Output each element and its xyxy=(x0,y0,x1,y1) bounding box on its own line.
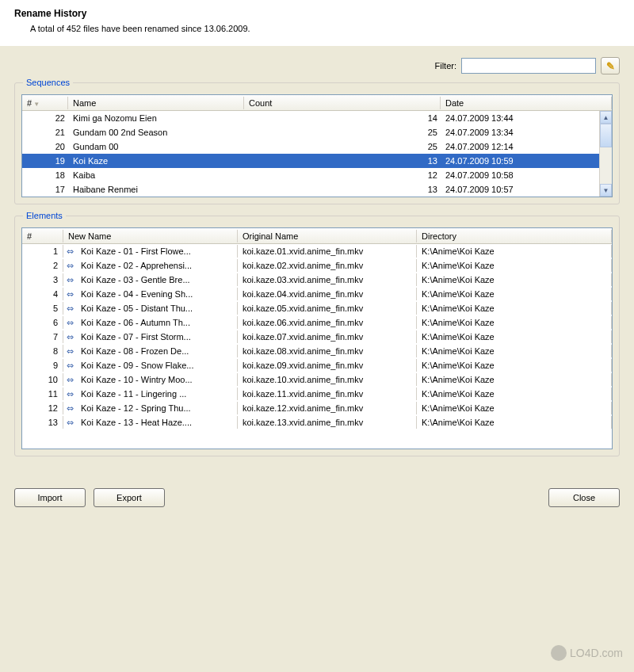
filter-input[interactable] xyxy=(461,58,596,74)
table-row[interactable]: 2⇔Koi Kaze - 02 - Apprehensi...koi.kaze.… xyxy=(22,258,612,273)
sequences-rows: 22Kimi ga Nozomu Eien1424.07.2009 13:442… xyxy=(22,111,612,197)
col-num[interactable]: #▼ xyxy=(22,97,68,109)
cell-original-name: koi.kaze.04.xvid.anime_fin.mkv xyxy=(238,288,417,300)
cell-date: 24.07.2009 10:58 xyxy=(441,169,612,181)
table-row[interactable]: 9⇔Koi Kaze - 09 - Snow Flake...koi.kaze.… xyxy=(22,358,612,372)
cell-num: 19 xyxy=(22,155,68,167)
export-button[interactable]: Export xyxy=(94,488,165,507)
cell-num: 21 xyxy=(22,126,68,139)
table-row[interactable]: 12⇔Koi Kaze - 12 - Spring Thu...koi.kaze… xyxy=(22,401,612,415)
cell-date: 24.07.2009 10:59 xyxy=(441,155,612,167)
cell-num: 6 xyxy=(22,316,63,329)
page-subtitle: A total of 452 files have been renamed s… xyxy=(14,24,620,33)
cell-count: 14 xyxy=(244,112,441,124)
table-row[interactable]: 20Gundam 002524.07.2009 12:14 xyxy=(22,139,612,154)
sequences-header: #▼ Name Count Date xyxy=(22,95,612,111)
cell-count: 12 xyxy=(244,169,441,181)
table-row[interactable]: 19Koi Kaze1324.07.2009 10:59 xyxy=(22,154,612,168)
cell-count: 13 xyxy=(244,155,441,167)
cell-new-name: Koi Kaze - 13 - Heat Haze.... xyxy=(76,416,238,429)
scroll-up-icon[interactable]: ▲ xyxy=(600,111,612,124)
table-row[interactable]: 18Kaiba1224.07.2009 10:58 xyxy=(22,168,612,182)
col-el-orig[interactable]: Original Name xyxy=(238,230,417,242)
cell-original-name: koi.kaze.06.xvid.anime_fin.mkv xyxy=(238,316,417,329)
table-row[interactable]: 1⇔Koi Kaze - 01 - First Flowe...koi.kaze… xyxy=(22,244,612,258)
cell-num: 10 xyxy=(22,373,63,386)
scroll-down-icon[interactable]: ▼ xyxy=(600,184,612,197)
cell-count: 25 xyxy=(244,126,441,139)
link-icon: ⇔ xyxy=(63,389,76,399)
cell-directory: K:\Anime\Koi Kaze xyxy=(417,330,612,343)
cell-num: 20 xyxy=(22,140,68,153)
sequences-legend: Sequences xyxy=(23,78,73,87)
sequences-scrollbar[interactable]: ▲ ▼ xyxy=(599,111,612,197)
cell-date: 24.07.2009 12:14 xyxy=(441,140,612,153)
cell-new-name: Koi Kaze - 05 - Distant Thu... xyxy=(76,302,238,315)
cell-original-name: koi.kaze.11.xvid.anime_fin.mkv xyxy=(238,388,417,400)
col-el-dir[interactable]: Directory xyxy=(417,230,612,242)
cell-name: Gundam 00 2nd Season xyxy=(68,126,244,139)
col-date[interactable]: Date xyxy=(441,97,612,109)
cell-original-name: koi.kaze.09.xvid.anime_fin.mkv xyxy=(238,359,417,372)
table-row[interactable]: 17Haibane Renmei1324.07.2009 10:57 xyxy=(22,182,612,197)
close-button[interactable]: Close xyxy=(548,488,620,507)
cell-directory: K:\Anime\Koi Kaze xyxy=(417,345,612,357)
elements-header: # New Name Original Name Directory xyxy=(22,228,612,244)
table-row[interactable]: 4⇔Koi Kaze - 04 - Evening Sh...koi.kaze.… xyxy=(22,287,612,301)
cell-date: 24.07.2009 13:34 xyxy=(441,126,612,139)
page-title: Rename History xyxy=(14,8,620,19)
table-row[interactable]: 22Kimi ga Nozomu Eien1424.07.2009 13:44 xyxy=(22,111,612,125)
cell-new-name: Koi Kaze - 01 - First Flowe... xyxy=(76,245,238,258)
cell-original-name: koi.kaze.07.xvid.anime_fin.mkv xyxy=(238,330,417,343)
import-button[interactable]: Import xyxy=(14,488,86,507)
table-row[interactable]: 13⇔Koi Kaze - 13 - Heat Haze....koi.kaze… xyxy=(22,415,612,430)
cell-num: 11 xyxy=(22,388,63,400)
table-row[interactable]: 7⇔Koi Kaze - 07 - First Storm...koi.kaze… xyxy=(22,330,612,344)
sequences-table: #▼ Name Count Date 22Kimi ga Nozomu Eien… xyxy=(21,94,613,197)
link-icon: ⇔ xyxy=(63,403,76,414)
cell-name: Kaiba xyxy=(68,169,244,181)
cell-new-name: Koi Kaze - 11 - Lingering ... xyxy=(76,388,238,400)
cell-directory: K:\Anime\Koi Kaze xyxy=(417,388,612,400)
cell-directory: K:\Anime\Koi Kaze xyxy=(417,245,612,258)
cell-num: 22 xyxy=(22,112,68,124)
cell-num: 12 xyxy=(22,402,63,414)
cell-num: 18 xyxy=(22,169,68,181)
link-icon: ⇔ xyxy=(63,361,76,371)
cell-name: Gundam 00 xyxy=(68,140,244,153)
col-el-new[interactable]: New Name xyxy=(63,230,238,242)
cell-directory: K:\Anime\Koi Kaze xyxy=(417,288,612,300)
col-el-num[interactable]: # xyxy=(22,230,63,242)
watermark: LO4D.com xyxy=(551,645,623,661)
table-row[interactable]: 6⇔Koi Kaze - 06 - Autumn Th...koi.kaze.0… xyxy=(22,315,612,330)
table-row[interactable]: 3⇔Koi Kaze - 03 - Gentle Bre...koi.kaze.… xyxy=(22,273,612,287)
table-row[interactable]: 8⇔Koi Kaze - 08 - Frozen De...koi.kaze.0… xyxy=(22,344,612,358)
broom-icon: ✎ xyxy=(606,60,615,72)
col-count[interactable]: Count xyxy=(244,97,441,109)
cell-num: 4 xyxy=(22,288,63,300)
cell-num: 5 xyxy=(22,302,63,315)
cell-original-name: koi.kaze.13.xvid.anime_fin.mkv xyxy=(238,416,417,429)
table-row[interactable]: 5⇔Koi Kaze - 05 - Distant Thu...koi.kaze… xyxy=(22,301,612,315)
link-icon: ⇔ xyxy=(63,418,76,428)
table-row[interactable]: 21Gundam 00 2nd Season2524.07.2009 13:34 xyxy=(22,125,612,139)
link-icon: ⇔ xyxy=(63,332,76,342)
clear-filter-button[interactable]: ✎ xyxy=(601,57,620,74)
cell-num: 1 xyxy=(22,245,63,258)
cell-directory: K:\Anime\Koi Kaze xyxy=(417,273,612,286)
cell-name: Kimi ga Nozomu Eien xyxy=(68,112,244,124)
table-row[interactable]: 11⇔Koi Kaze - 11 - Lingering ...koi.kaze… xyxy=(22,387,612,401)
scroll-thumb[interactable] xyxy=(600,124,612,147)
button-bar: Import Export Close xyxy=(0,479,634,517)
filter-label: Filter: xyxy=(435,61,457,71)
col-name[interactable]: Name xyxy=(68,97,244,109)
cell-directory: K:\Anime\Koi Kaze xyxy=(417,416,612,429)
sequences-group: Sequences #▼ Name Count Date 22Kimi ga N… xyxy=(14,82,620,204)
cell-count: 13 xyxy=(244,183,441,196)
cell-original-name: koi.kaze.05.xvid.anime_fin.mkv xyxy=(238,302,417,315)
cell-new-name: Koi Kaze - 03 - Gentle Bre... xyxy=(76,273,238,286)
cell-new-name: Koi Kaze - 07 - First Storm... xyxy=(76,330,238,343)
cell-directory: K:\Anime\Koi Kaze xyxy=(417,402,612,414)
table-row[interactable]: 10⇔Koi Kaze - 10 - Wintry Moo...koi.kaze… xyxy=(22,372,612,387)
cell-directory: K:\Anime\Koi Kaze xyxy=(417,259,612,272)
